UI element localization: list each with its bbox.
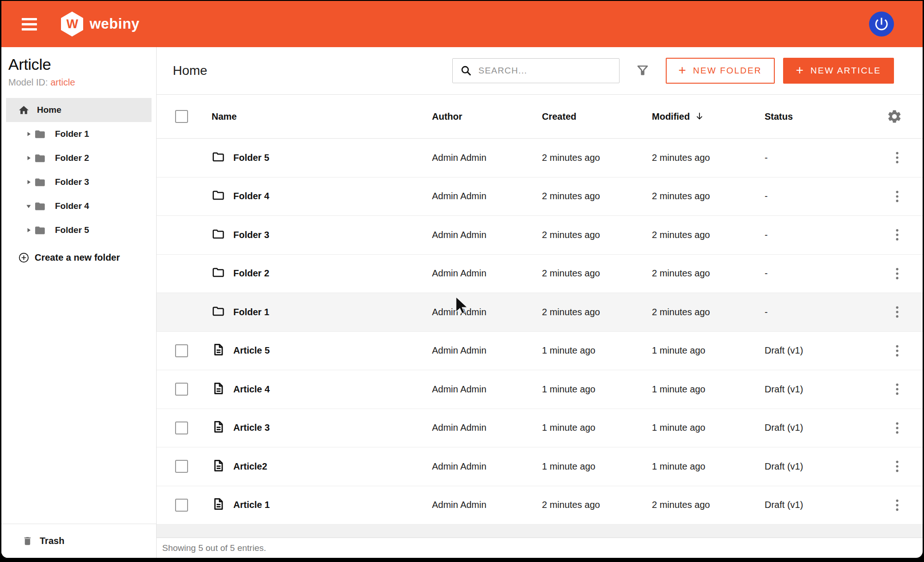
row-actions-button[interactable] [887,418,908,438]
row-actions-button[interactable] [887,495,908,515]
row-modified: 1 minute ago [652,461,765,472]
sidebar-item-folder-3[interactable]: Folder 3 [6,170,152,194]
folder-outline-icon [212,150,225,165]
document-icon [212,382,225,397]
sidebar-item-label: Folder 2 [55,153,89,163]
trash-label: Trash [40,536,64,546]
row-status: Draft (v1) [765,422,887,433]
folder-icon [34,128,46,140]
row-actions-button[interactable] [887,341,908,360]
search-icon [460,65,472,77]
row-checkbox[interactable] [175,383,188,396]
row-created: 2 minutes ago [542,307,652,318]
column-header-status[interactable]: Status [765,111,887,122]
create-new-folder-button[interactable]: Create a new folder [18,252,156,263]
search-input[interactable] [479,66,613,76]
column-header-modified[interactable]: Modified [652,111,765,122]
table-settings-button[interactable] [887,109,902,124]
sidebar-item-folder-4[interactable]: Folder 4 [6,194,152,218]
folder-icon [34,177,46,188]
row-actions-button[interactable] [887,148,908,167]
row-actions-button[interactable] [887,302,908,322]
table-row[interactable]: Folder 2Admin Admin2 minutes ago2 minute… [157,255,923,293]
folder-outline-icon [212,305,225,320]
top-bar: W webiny [1,1,923,47]
row-modified: 2 minutes ago [652,191,765,202]
sidebar-item-home[interactable]: Home [6,98,152,122]
caret-right-icon[interactable] [24,177,34,187]
app-window: W webiny Article Model ID: article HomeF… [1,1,923,558]
table-row[interactable]: Article 1Admin Admin2 minutes ago2 minut… [157,486,923,525]
sidebar-item-label: Home [37,105,61,115]
sidebar-item-folder-1[interactable]: Folder 1 [6,122,152,146]
folder-outline-icon [212,266,225,281]
table-row[interactable]: Folder 3Admin Admin2 minutes ago2 minute… [157,216,923,255]
caret-right-icon[interactable] [24,129,34,139]
new-article-button[interactable]: + NEW ARTICLE [783,58,894,84]
new-folder-button[interactable]: + NEW FOLDER [666,58,775,84]
filter-button[interactable] [635,63,650,78]
folder-icon [34,225,46,236]
table-row[interactable]: Folder 1Admin Admin2 minutes ago2 minute… [157,293,923,332]
column-header-created[interactable]: Created [542,111,652,122]
sidebar-item-label: Folder 3 [55,177,89,187]
table-footer: Showing 5 out of 5 entries. [157,538,923,558]
row-status: - [765,153,887,163]
trash-button[interactable]: Trash [1,524,156,558]
hamburger-menu-icon[interactable] [22,18,37,31]
row-checkbox[interactable] [175,499,188,512]
model-id: Model ID: article [8,77,149,88]
row-created: 2 minutes ago [542,500,652,510]
row-author: Admin Admin [432,307,542,318]
row-author: Admin Admin [432,500,542,510]
row-actions-button[interactable] [887,457,908,476]
table-row[interactable]: Article 4Admin Admin1 minute ago1 minute… [157,370,923,409]
row-name: Folder 4 [233,191,269,202]
table-row[interactable]: Article 5Admin Admin1 minute ago1 minute… [157,332,923,371]
plus-circle-icon [18,252,29,263]
home-icon [18,104,30,116]
new-article-label: NEW ARTICLE [810,66,881,76]
table-row[interactable]: Article 3Admin Admin1 minute ago1 minute… [157,409,923,448]
document-icon [212,459,225,474]
column-header-author[interactable]: Author [432,111,542,122]
sidebar-item-label: Folder 5 [55,225,89,235]
row-checkbox[interactable] [175,422,188,434]
caret-right-icon[interactable] [24,226,34,235]
select-all-checkbox[interactable] [175,110,188,123]
row-modified: 2 minutes ago [652,153,765,163]
document-icon [212,343,225,358]
row-actions-button[interactable] [887,187,908,206]
column-header-name[interactable]: Name [212,111,432,122]
caret-down-icon[interactable] [24,202,34,211]
model-title: Article [8,55,149,73]
gear-icon [887,109,902,124]
row-actions-button[interactable] [887,379,908,399]
row-actions-button[interactable] [887,264,908,283]
row-name: Folder 2 [233,268,269,279]
row-name: Folder 5 [233,153,269,163]
table-row[interactable]: Folder 4Admin Admin2 minutes ago2 minute… [157,177,923,216]
caret-right-icon[interactable] [24,153,34,163]
row-status: - [765,191,887,202]
model-id-value: article [50,77,75,87]
row-author: Admin Admin [432,268,542,279]
row-checkbox[interactable] [175,344,188,357]
sidebar-item-folder-5[interactable]: Folder 5 [6,218,152,242]
table-row[interactable]: Folder 5Admin Admin2 minutes ago2 minute… [157,139,923,177]
row-modified: 2 minutes ago [652,307,765,318]
row-created: 1 minute ago [542,422,652,433]
row-status: Draft (v1) [765,345,887,356]
user-avatar[interactable] [869,12,894,37]
entries-summary: Showing 5 out of 5 entries. [162,543,266,553]
model-id-label: Model ID: [8,77,48,87]
row-name: Article 5 [233,345,270,356]
row-actions-button[interactable] [887,225,908,244]
row-modified: 1 minute ago [652,422,765,433]
row-checkbox[interactable] [175,460,188,473]
table-row[interactable]: Article2Admin Admin1 minute ago1 minute … [157,447,923,486]
sidebar-item-folder-2[interactable]: Folder 2 [6,146,152,170]
folder-tree: HomeFolder 1Folder 2Folder 3Folder 4Fold… [1,98,156,242]
document-icon [212,497,225,513]
folder-icon [34,153,46,164]
